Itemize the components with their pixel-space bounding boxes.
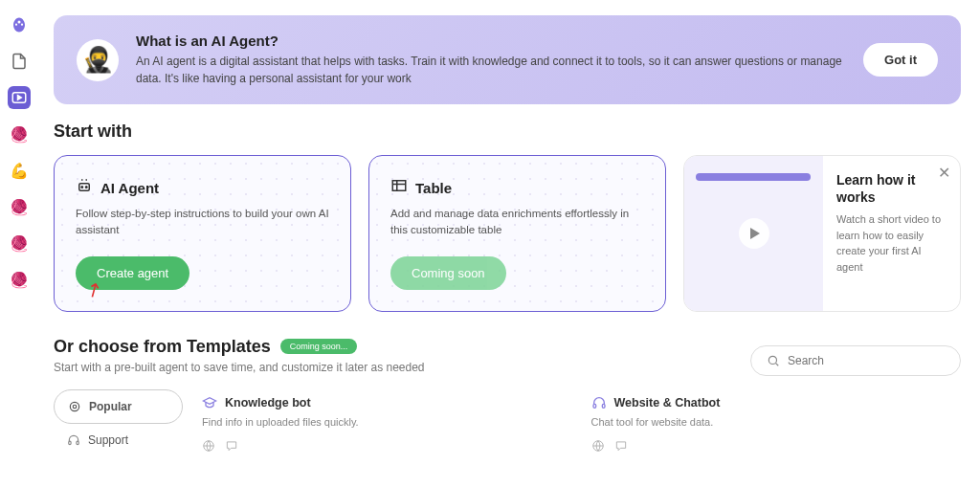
close-icon[interactable]: ✕ (938, 164, 950, 182)
left-sidebar: 🧶 💪 🧶 🧶 🧶 (0, 0, 38, 487)
search-box[interactable] (750, 345, 961, 376)
logo-icon[interactable] (8, 13, 31, 36)
search-input[interactable] (788, 354, 945, 367)
svg-rect-13 (77, 441, 78, 445)
banner-description: An AI agent is a digital assistant that … (136, 53, 846, 87)
section-title: Start with (54, 122, 961, 142)
card-title: AI Agent (100, 180, 159, 196)
play-icon[interactable] (8, 86, 31, 109)
learn-card: ✕ Learn how it works Watch a short video… (683, 155, 961, 312)
coming-soon-badge: Coming soon... (280, 339, 358, 354)
svg-point-3 (81, 187, 83, 188)
search-icon (767, 354, 780, 367)
headset-icon (67, 433, 80, 447)
brain-icon-2[interactable]: 🧶 (8, 195, 31, 218)
chat-icon (225, 439, 238, 453)
templates-title: Or choose from Templates (54, 337, 271, 357)
document-icon[interactable] (8, 50, 31, 73)
svg-rect-15 (593, 404, 596, 408)
arm-icon[interactable]: 💪 (8, 159, 31, 182)
learn-description: Watch a short video to learn how to easi… (836, 211, 947, 275)
globe-icon (591, 439, 605, 453)
svg-rect-12 (69, 441, 71, 445)
banner-title: What is an AI Agent? (136, 33, 846, 49)
template-nav: Popular Support (54, 389, 183, 458)
table-card[interactable]: Table Add and manage data enrichments ef… (368, 155, 666, 312)
svg-point-4 (86, 187, 88, 188)
template-knowledge-bot[interactable]: Knowledge bot Find info in uploaded file… (202, 389, 572, 458)
brain-icon-4[interactable]: 🧶 (8, 268, 31, 291)
globe-icon (202, 439, 215, 453)
card-title: Table (415, 180, 452, 196)
svg-point-8 (768, 356, 776, 364)
nav-label: Support (88, 433, 128, 447)
learn-title: Learn how it works (836, 171, 947, 206)
headset-icon (591, 395, 607, 410)
template-title: Knowledge bot (225, 396, 311, 410)
template-title: Website & Chatbot (614, 396, 721, 410)
svg-line-9 (776, 363, 779, 365)
table-icon (390, 177, 408, 198)
svg-point-11 (73, 405, 77, 409)
template-description: Chat tool for website data. (591, 416, 962, 428)
got-it-button[interactable]: Got it (863, 43, 938, 77)
robot-icon (76, 177, 93, 198)
svg-rect-5 (392, 181, 406, 191)
card-description: Add and manage data enrichments effortle… (390, 206, 644, 239)
graduation-icon (202, 395, 217, 410)
svg-rect-16 (602, 404, 605, 408)
play-button-icon[interactable] (739, 218, 769, 249)
brain-icon-1[interactable]: 🧶 (8, 122, 31, 145)
target-icon (68, 400, 81, 413)
nav-popular[interactable]: Popular (54, 389, 183, 424)
chat-icon (614, 439, 628, 453)
card-description: Follow step-by-step instructions to buil… (76, 206, 329, 239)
coming-soon-button: Coming soon (390, 256, 506, 290)
svg-marker-1 (18, 96, 22, 100)
ninja-avatar-icon: 🥷 (77, 39, 119, 81)
svg-point-10 (70, 402, 78, 410)
video-thumbnail[interactable] (684, 156, 823, 311)
nav-support[interactable]: Support (54, 424, 183, 456)
main-content: 🥷 What is an AI Agent? An AI agent is a … (38, 0, 980, 487)
info-banner: 🥷 What is an AI Agent? An AI agent is a … (54, 15, 961, 104)
nav-label: Popular (89, 400, 132, 413)
ai-agent-card[interactable]: AI Agent Follow step-by-step instruction… (54, 155, 351, 312)
template-website-chatbot[interactable]: Website & Chatbot Chat tool for website … (591, 389, 962, 458)
template-description: Find info in uploaded files quickly. (202, 416, 572, 428)
brain-icon-3[interactable]: 🧶 (8, 232, 31, 255)
